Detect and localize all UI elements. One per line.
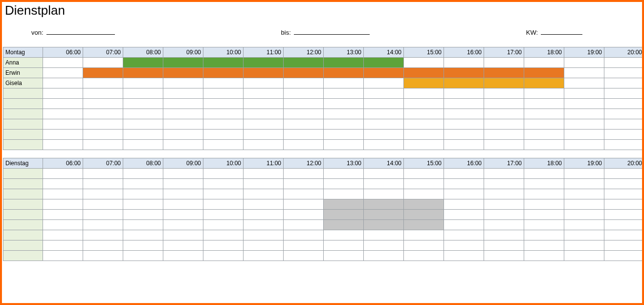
table-row[interactable]: [3, 251, 644, 261]
bis-input-line[interactable]: [294, 28, 370, 35]
schedule-cell[interactable]: [163, 251, 203, 261]
schedule-cell[interactable]: [123, 179, 163, 189]
schedule-cell[interactable]: [203, 68, 244, 78]
schedule-cell[interactable]: [524, 189, 564, 199]
schedule-cell[interactable]: [484, 109, 524, 119]
schedule-cell[interactable]: [43, 240, 83, 251]
schedule-cell[interactable]: [203, 210, 244, 220]
schedule-cell[interactable]: [203, 99, 244, 109]
table-row[interactable]: [3, 88, 644, 99]
schedule-cell[interactable]: [444, 119, 484, 130]
schedule-cell[interactable]: [564, 130, 604, 140]
schedule-cell[interactable]: [244, 58, 284, 68]
hour-header[interactable]: 12:00: [284, 158, 324, 169]
employee-name-cell[interactable]: [3, 140, 43, 150]
schedule-cell[interactable]: [284, 88, 324, 99]
hour-header[interactable]: 09:00: [163, 158, 203, 169]
employee-name-cell[interactable]: [3, 199, 43, 210]
schedule-cell[interactable]: [404, 251, 444, 261]
schedule-cell[interactable]: [163, 230, 203, 240]
schedule-cell[interactable]: [604, 189, 644, 199]
schedule-cell[interactable]: [324, 68, 364, 78]
schedule-cell[interactable]: [324, 58, 364, 68]
schedule-cell[interactable]: [444, 109, 484, 119]
employee-name-cell[interactable]: Anna: [3, 58, 43, 68]
schedule-cell[interactable]: [364, 230, 404, 240]
schedule-cell[interactable]: [364, 169, 404, 179]
schedule-cell[interactable]: [404, 179, 444, 189]
employee-name-cell[interactable]: [3, 99, 43, 109]
schedule-cell[interactable]: [83, 220, 123, 230]
schedule-cell[interactable]: [203, 230, 244, 240]
schedule-cell[interactable]: [404, 189, 444, 199]
hour-header[interactable]: 20:00: [604, 158, 644, 169]
schedule-cell[interactable]: [43, 78, 83, 88]
schedule-cell[interactable]: [364, 88, 404, 99]
schedule-cell[interactable]: [163, 189, 203, 199]
schedule-cell[interactable]: [404, 109, 444, 119]
schedule-cell[interactable]: [244, 109, 284, 119]
schedule-cell[interactable]: [484, 140, 524, 150]
schedule-cell[interactable]: [43, 210, 83, 220]
hour-header[interactable]: 11:00: [244, 47, 284, 58]
schedule-cell[interactable]: [324, 220, 364, 230]
schedule-cell[interactable]: [524, 88, 564, 99]
schedule-cell[interactable]: [364, 179, 404, 189]
schedule-cell[interactable]: [604, 119, 644, 130]
schedule-cell[interactable]: [604, 78, 644, 88]
schedule-cell[interactable]: [524, 210, 564, 220]
schedule-cell[interactable]: [83, 130, 123, 140]
hour-header[interactable]: 14:00: [364, 47, 404, 58]
schedule-cell[interactable]: [83, 230, 123, 240]
schedule-cell[interactable]: [524, 179, 564, 189]
schedule-cell[interactable]: [524, 199, 564, 210]
schedule-cell[interactable]: [83, 169, 123, 179]
schedule-cell[interactable]: [564, 220, 604, 230]
schedule-cell[interactable]: [404, 130, 444, 140]
employee-name-cell[interactable]: [3, 179, 43, 189]
schedule-cell[interactable]: [524, 68, 564, 78]
schedule-cell[interactable]: [244, 88, 284, 99]
schedule-cell[interactable]: [123, 58, 163, 68]
hour-header[interactable]: 07:00: [83, 158, 123, 169]
schedule-cell[interactable]: [604, 251, 644, 261]
schedule-cell[interactable]: [43, 109, 83, 119]
schedule-cell[interactable]: [123, 140, 163, 150]
hour-header[interactable]: 13:00: [324, 47, 364, 58]
schedule-cell[interactable]: [604, 88, 644, 99]
schedule-cell[interactable]: [324, 189, 364, 199]
schedule-cell[interactable]: [604, 109, 644, 119]
hour-header[interactable]: 20:00: [604, 47, 644, 58]
schedule-cell[interactable]: [284, 78, 324, 88]
hour-header[interactable]: 09:00: [163, 47, 203, 58]
schedule-cell[interactable]: [444, 140, 484, 150]
schedule-cell[interactable]: [163, 88, 203, 99]
schedule-cell[interactable]: [284, 189, 324, 199]
schedule-cell[interactable]: [444, 251, 484, 261]
schedule-cell[interactable]: [364, 140, 404, 150]
table-row[interactable]: [3, 169, 644, 179]
schedule-cell[interactable]: [604, 99, 644, 109]
schedule-cell[interactable]: [524, 78, 564, 88]
employee-name-cell[interactable]: [3, 251, 43, 261]
schedule-cell[interactable]: [564, 99, 604, 109]
schedule-cell[interactable]: [244, 240, 284, 251]
schedule-cell[interactable]: [83, 58, 123, 68]
schedule-cell[interactable]: [123, 68, 163, 78]
schedule-cell[interactable]: [203, 78, 244, 88]
schedule-cell[interactable]: [444, 58, 484, 68]
schedule-cell[interactable]: [564, 251, 604, 261]
schedule-cell[interactable]: [83, 189, 123, 199]
schedule-cell[interactable]: [244, 130, 284, 140]
schedule-cell[interactable]: [484, 78, 524, 88]
schedule-cell[interactable]: [83, 119, 123, 130]
schedule-cell[interactable]: [123, 169, 163, 179]
schedule-cell[interactable]: [444, 220, 484, 230]
schedule-cell[interactable]: [484, 240, 524, 251]
table-row[interactable]: [3, 109, 644, 119]
schedule-cell[interactable]: [284, 169, 324, 179]
schedule-cell[interactable]: [564, 58, 604, 68]
schedule-cell[interactable]: [364, 68, 404, 78]
schedule-cell[interactable]: [404, 240, 444, 251]
schedule-cell[interactable]: [123, 220, 163, 230]
